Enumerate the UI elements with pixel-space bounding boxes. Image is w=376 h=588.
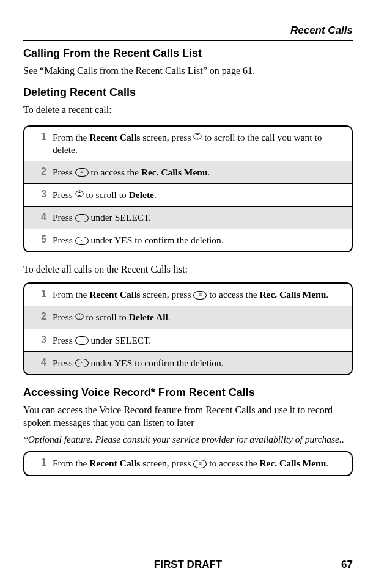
page-number: 67 <box>341 559 353 571</box>
step-number: 5 <box>24 229 50 250</box>
step-text: Press to scroll to Delete. <box>50 184 163 206</box>
step-row: 2 Press to scroll to Delete All. <box>24 306 352 328</box>
step-number: 2 <box>24 161 50 182</box>
scroll-icon <box>75 313 84 323</box>
running-header: Recent Calls <box>23 24 353 37</box>
section-heading-voicerecord: Accessing Voice Record* From Recent Call… <box>23 386 353 399</box>
step-number: 3 <box>24 329 50 350</box>
step-row: 2 Press ≡ to access the Rec. Calls Menu. <box>24 161 352 183</box>
menu-key-icon: ≡ <box>193 460 207 468</box>
step-row: 3 Press · under SELECT. <box>24 329 352 351</box>
step-text: Press · under SELECT. <box>50 329 157 351</box>
step-number: 1 <box>24 452 50 473</box>
softkey-icon: · <box>75 214 89 222</box>
footer-center: FIRST DRAFT <box>154 559 222 571</box>
step-number: 2 <box>24 306 50 327</box>
step-row: 1 From the Recent Calls screen, press ≡ … <box>24 284 352 306</box>
step-number: 4 <box>24 207 50 227</box>
step-row: 4 Press · under SELECT. <box>24 206 352 229</box>
steps-box-voicerecord: 1 From the Recent Calls screen, press ≡ … <box>23 451 353 476</box>
steps-box-delete-one: 1 From the Recent Calls screen, press to… <box>23 125 353 253</box>
step-text: Press · under YES to confirm the deletio… <box>50 229 230 251</box>
step-row: 4 Press · under YES to confirm the delet… <box>24 351 352 374</box>
scroll-icon <box>75 190 84 200</box>
step-row: 3 Press to scroll to Delete. <box>24 183 352 206</box>
step-number: 1 <box>24 284 50 304</box>
softkey-icon: · <box>75 359 89 367</box>
step-text: From the Recent Calls screen, press ≡ to… <box>50 284 334 306</box>
step-row: 1 From the Recent Calls screen, press ≡ … <box>24 452 352 474</box>
step-text: From the Recent Calls screen, press to s… <box>50 127 352 161</box>
step-number: 3 <box>24 184 50 205</box>
step-row: 5 Press · under YES to confirm the delet… <box>24 229 352 251</box>
step-text: Press ≡ to access the Rec. Calls Menu. <box>50 161 216 183</box>
intro-delete-one: To delete a recent call: <box>23 104 353 117</box>
steps-box-delete-all: 1 From the Recent Calls screen, press ≡ … <box>23 282 353 375</box>
softkey-icon: · <box>75 237 89 245</box>
section-heading-deleting: Deleting Recent Calls <box>23 86 353 99</box>
section-body-calling: See “Making Calls from the Recent Calls … <box>23 65 353 78</box>
intro-delete-all: To delete all calls on the Recent Calls … <box>23 263 353 276</box>
step-text: Press to scroll to Delete All. <box>50 306 177 328</box>
step-number: 1 <box>24 127 50 147</box>
softkey-icon: · <box>75 336 89 345</box>
menu-key-icon: ≡ <box>75 168 89 177</box>
scroll-icon <box>193 133 202 143</box>
step-row: 1 From the Recent Calls screen, press to… <box>24 127 352 161</box>
header-rule <box>23 40 353 41</box>
page-footer: . FIRST DRAFT 67 <box>0 559 376 571</box>
step-text: Press · under YES to confirm the deletio… <box>50 352 230 374</box>
section-body-voicerecord: You can access the Voice Record feature … <box>23 404 353 430</box>
section-heading-calling: Calling From the Recent Calls List <box>23 47 353 60</box>
step-text: Press · under SELECT. <box>50 207 157 229</box>
menu-key-icon: ≡ <box>193 291 207 300</box>
step-text: From the Recent Calls screen, press ≡ to… <box>50 452 334 474</box>
step-number: 4 <box>24 352 50 373</box>
optional-feature-note: *Optional feature. Please consult your s… <box>23 434 353 445</box>
